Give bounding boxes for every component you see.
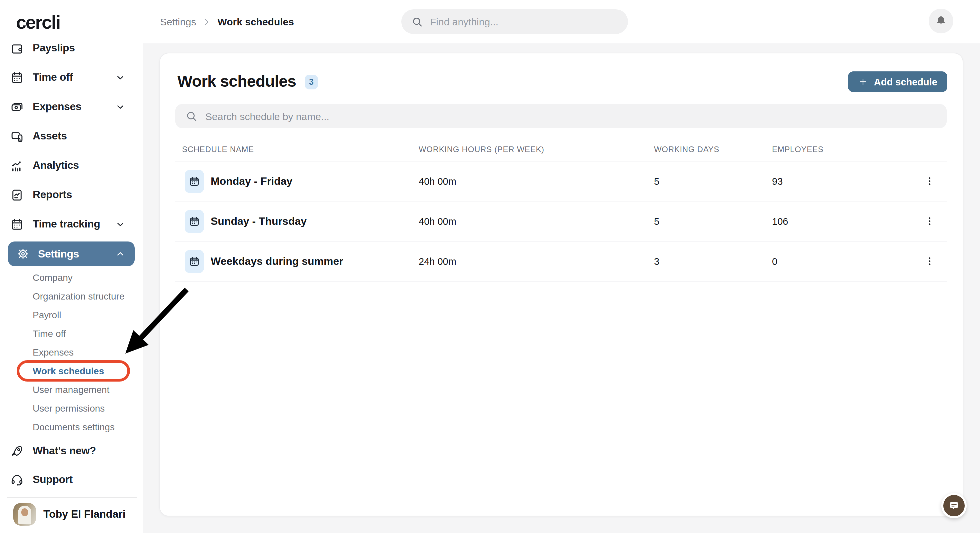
sidebar-item-reports[interactable]: Reports bbox=[0, 180, 143, 209]
sidebar-subitem-user-permissions[interactable]: User permissions bbox=[0, 399, 143, 418]
plus-icon bbox=[858, 77, 868, 87]
schedule-search-input[interactable] bbox=[205, 110, 539, 122]
employees-value: 106 bbox=[772, 216, 788, 227]
chevron-down-icon bbox=[115, 72, 125, 82]
row-menu-button[interactable] bbox=[920, 252, 939, 271]
sidebar-item-label: Expenses bbox=[33, 101, 81, 113]
sidebar-item-settings[interactable]: Settings bbox=[8, 241, 135, 266]
column-employees: EMPLOYEES bbox=[772, 144, 823, 154]
breadcrumb: Settings Work schedules bbox=[160, 0, 294, 43]
row-menu-button[interactable] bbox=[920, 172, 939, 190]
sidebar-item-label: Assets bbox=[33, 130, 67, 142]
chevron-right-icon bbox=[202, 17, 212, 26]
sidebar-subitem-organization-structure[interactable]: Organization structure bbox=[0, 287, 143, 306]
kebab-icon bbox=[924, 255, 935, 267]
employees-value: 93 bbox=[772, 176, 783, 187]
sidebar-subitem-label: User permissions bbox=[33, 403, 105, 413]
work-schedules-card: Work schedules 3 Add schedule SCHEDULE N… bbox=[159, 53, 963, 516]
sidebar-subitem-label: Payroll bbox=[33, 310, 61, 320]
search-icon bbox=[185, 110, 198, 123]
wallet-icon bbox=[10, 41, 24, 55]
sidebar-item-assets[interactable]: Assets bbox=[0, 121, 143, 151]
devices-icon bbox=[10, 129, 24, 143]
sidebar-subitem-work-schedules[interactable]: Work schedules bbox=[0, 362, 143, 380]
sidebar-subitem-label: Organization structure bbox=[33, 291, 124, 302]
sidebar-subitem-time-off[interactable]: Time off bbox=[0, 324, 143, 343]
chart-icon bbox=[10, 158, 24, 172]
calendar-icon bbox=[10, 217, 24, 231]
sidebar-item-time-tracking[interactable]: Time tracking bbox=[0, 209, 143, 239]
chat-button[interactable] bbox=[941, 493, 967, 518]
schedule-name: Sunday - Thursday bbox=[211, 215, 307, 227]
rocket-icon bbox=[10, 444, 24, 458]
sidebar-subitem-label: Company bbox=[33, 272, 73, 283]
global-search[interactable] bbox=[401, 10, 628, 34]
schedule-name: Monday - Friday bbox=[211, 175, 292, 187]
app-window: cercli Payslips Time off Expenses bbox=[0, 0, 980, 533]
working-hours-value: 40h 00m bbox=[418, 216, 457, 227]
user-menu[interactable]: Toby El Flandari bbox=[13, 503, 126, 526]
sidebar-item-label: Payslips bbox=[33, 42, 75, 54]
sidebar-subitem-label: User management bbox=[33, 384, 109, 395]
sidebar-subitem-label: Time off bbox=[33, 328, 66, 339]
global-search-input[interactable] bbox=[430, 16, 603, 27]
bell-icon bbox=[935, 15, 947, 27]
working-hours-value: 24h 00m bbox=[418, 256, 457, 266]
sidebar-item-label: Support bbox=[33, 474, 73, 486]
employees-value: 0 bbox=[772, 256, 777, 266]
sidebar-subitem-payroll[interactable]: Payroll bbox=[0, 306, 143, 324]
page-title: Work schedules bbox=[177, 72, 296, 91]
sidebar-item-support[interactable]: Support bbox=[0, 470, 143, 490]
sidebar-item-analytics[interactable]: Analytics bbox=[0, 151, 143, 180]
user-name: Toby El Flandari bbox=[43, 508, 126, 520]
add-schedule-button[interactable]: Add schedule bbox=[848, 71, 947, 92]
count-badge: 3 bbox=[305, 75, 318, 89]
schedule-search[interactable] bbox=[175, 104, 947, 128]
sidebar: cercli Payslips Time off Expenses bbox=[0, 0, 143, 533]
chevron-up-icon bbox=[115, 249, 125, 259]
sidebar-subitem-expenses[interactable]: Expenses bbox=[0, 343, 143, 362]
notifications-button[interactable] bbox=[929, 9, 953, 34]
table-row[interactable]: Sunday - Thursday 40h 00m 5 106 bbox=[175, 201, 947, 241]
table-row[interactable]: Monday - Friday 40h 00m 5 93 bbox=[175, 161, 947, 201]
sidebar-item-label: Time tracking bbox=[33, 218, 100, 230]
table-header: SCHEDULE NAME WORKING HOURS (PER WEEK) W… bbox=[175, 137, 947, 161]
brand-logo[interactable]: cercli bbox=[16, 12, 60, 34]
sidebar-item-label: Reports bbox=[33, 189, 72, 201]
chevron-down-icon bbox=[115, 102, 125, 112]
sidebar-item-expenses[interactable]: Expenses bbox=[0, 92, 143, 121]
chevron-down-icon bbox=[115, 219, 125, 229]
sidebar-subitem-company[interactable]: Company bbox=[0, 268, 143, 287]
sidebar-item-payslips[interactable]: Payslips bbox=[0, 34, 143, 63]
sidebar-divider bbox=[7, 497, 137, 498]
chat-bubble-icon bbox=[947, 498, 961, 513]
sidebar-subitem-label: Expenses bbox=[33, 347, 74, 357]
breadcrumb-settings[interactable]: Settings bbox=[160, 16, 196, 27]
add-schedule-label: Add schedule bbox=[874, 77, 937, 87]
column-working-hours: WORKING HOURS (PER WEEK) bbox=[418, 144, 544, 154]
sidebar-item-whats-new[interactable]: What's new? bbox=[0, 441, 143, 461]
sidebar-item-label: Time off bbox=[33, 71, 73, 83]
working-hours-value: 40h 00m bbox=[418, 176, 457, 187]
calendar-icon bbox=[185, 209, 204, 233]
sidebar-subitem-user-management[interactable]: User management bbox=[0, 380, 143, 399]
column-working-days: WORKING DAYS bbox=[654, 144, 719, 154]
sidebar-item-time-off[interactable]: Time off bbox=[0, 63, 143, 92]
sidebar-subitem-label: Work schedules bbox=[33, 365, 104, 376]
sidebar-subitem-documents-settings[interactable]: Documents settings bbox=[0, 418, 143, 436]
sidebar-item-label: What's new? bbox=[33, 445, 96, 457]
working-days-value: 5 bbox=[654, 176, 659, 187]
headset-icon bbox=[10, 472, 24, 487]
calendar-icon bbox=[185, 249, 204, 273]
sidebar-subitem-label: Documents settings bbox=[33, 421, 115, 432]
table-row[interactable]: Weekdays during summer 24h 00m 3 0 bbox=[175, 241, 947, 281]
column-schedule-name: SCHEDULE NAME bbox=[182, 144, 254, 154]
report-icon bbox=[10, 188, 24, 202]
sidebar-item-label: Settings bbox=[38, 248, 79, 260]
calendar-icon bbox=[10, 70, 24, 85]
title-row: Work schedules 3 bbox=[177, 72, 318, 91]
avatar bbox=[13, 503, 36, 526]
schedule-name: Weekdays during summer bbox=[211, 255, 343, 267]
search-icon bbox=[411, 16, 423, 28]
row-menu-button[interactable] bbox=[920, 212, 939, 230]
